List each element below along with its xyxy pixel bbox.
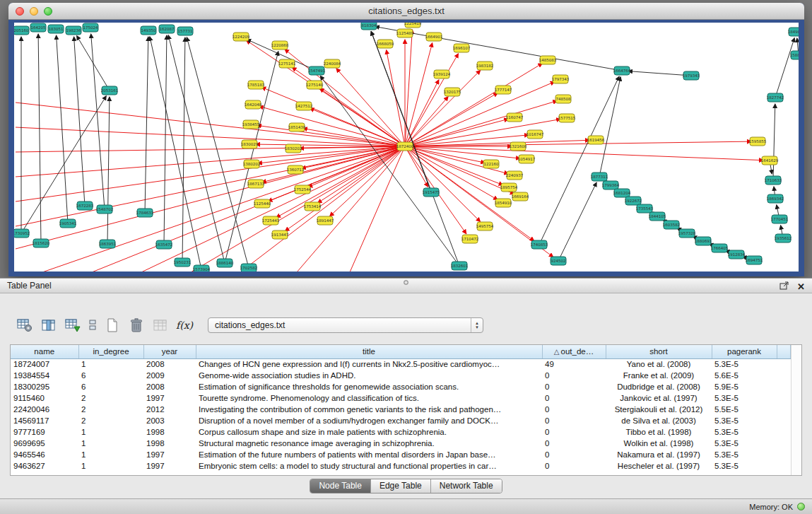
network-node[interactable]: 149350	[141, 26, 156, 35]
network-node[interactable]: 1641629	[761, 156, 779, 165]
cell-pagerank[interactable]: 5.3E-5	[712, 438, 777, 449]
cell-in_degree[interactable]: 2	[78, 415, 143, 426]
citation-edge-red[interactable]	[276, 146, 405, 218]
cell-short[interactable]: Yano et al. (2008)	[606, 358, 712, 370]
cell-title[interactable]: Structural magnetic resonance image aver…	[196, 438, 542, 449]
cell-pagerank[interactable]: 5.3E-5	[712, 415, 777, 426]
function-builder-button[interactable]: f(x)	[175, 316, 194, 334]
network-node[interactable]: 1799364	[602, 181, 620, 189]
cell-year[interactable]: 1997	[143, 392, 196, 404]
network-node[interactable]: 1619456	[587, 136, 605, 144]
network-node[interactable]: 1815620	[33, 239, 50, 247]
cell-title[interactable]: Changes of HCN gene expression and I(f) …	[196, 358, 542, 370]
network-node[interactable]: 818304	[361, 23, 377, 30]
merge-table-button[interactable]	[151, 316, 170, 334]
citation-edge-black[interactable]	[371, 31, 431, 192]
window-titlebar[interactable]: citations_edges.txt	[8, 3, 804, 20]
network-node[interactable]: 1770451	[771, 215, 789, 223]
network-node[interactable]: 1935612	[775, 234, 792, 243]
cell-out_de[interactable]: 0	[542, 370, 606, 381]
network-node[interactable]: 1320175	[444, 88, 461, 96]
cell-title[interactable]: Estimation of significance thresholds fo…	[196, 381, 542, 392]
citation-edge-red[interactable]	[240, 146, 405, 271]
table-row[interactable]: 1938455462009Genome-wide association stu…	[11, 370, 791, 381]
network-node[interactable]: 1730952	[14, 229, 30, 238]
table-row[interactable]: 946362711997Embryonic stem cells: a mode…	[11, 460, 791, 472]
network-node[interactable]: 1905341	[59, 219, 77, 228]
network-node[interactable]: 1913447	[271, 230, 289, 239]
network-node[interactable]: 1725441	[262, 216, 280, 225]
table-row[interactable]: 946554611997Estimation of the future num…	[11, 449, 791, 460]
citation-edge-red[interactable]	[405, 146, 481, 222]
network-node[interactable]: 1891447	[317, 216, 334, 225]
citation-edge-red[interactable]	[387, 50, 405, 146]
cell-out_de[interactable]: 49	[542, 358, 606, 370]
close-window-button[interactable]	[16, 7, 24, 16]
network-node[interactable]: 1220868	[271, 41, 289, 49]
network-node[interactable]: 1844105	[649, 212, 666, 221]
cell-title[interactable]: Estimation of the future numbers of pati…	[196, 449, 542, 460]
citation-edge-red[interactable]	[405, 64, 542, 146]
cell-year[interactable]: 2003	[143, 415, 196, 426]
citation-edge-black[interactable]	[77, 36, 110, 90]
cell-pagerank[interactable]: 5.9E-5	[712, 381, 777, 392]
cell-name[interactable]: 9115460	[11, 392, 78, 404]
network-node[interactable]: 1702582	[240, 264, 258, 271]
column-header-out_de[interactable]: △out_de…	[542, 345, 606, 358]
network-node[interactable]: 1603582	[663, 221, 681, 229]
network-node[interactable]: 1595855	[749, 137, 767, 146]
cell-out_de[interactable]: 0	[542, 404, 606, 415]
cell-name[interactable]: 14569117	[11, 415, 78, 426]
network-node[interactable]: 1784631	[136, 209, 154, 217]
cell-out_de[interactable]: 0	[542, 449, 606, 460]
cell-pagerank[interactable]: 5.3E-5	[712, 392, 777, 404]
network-node[interactable]: 2240084	[324, 59, 341, 68]
column-chooser-button[interactable]	[40, 316, 58, 334]
cell-pagerank[interactable]: 5.6E-5	[712, 370, 777, 381]
cell-in_degree[interactable]: 2	[78, 392, 143, 404]
citation-edge-black[interactable]	[775, 38, 794, 98]
citation-edge-red[interactable]	[405, 146, 763, 160]
citation-edge-red[interactable]	[405, 54, 459, 146]
network-node[interactable]: 1485083	[539, 56, 557, 64]
network-node[interactable]: 1380202	[243, 160, 261, 168]
network-node[interactable]: 122160	[483, 160, 499, 168]
citation-edge-black[interactable]	[145, 37, 148, 213]
network-node[interactable]: 1785183	[247, 81, 265, 89]
cell-in_degree[interactable]: 1	[78, 460, 143, 472]
citation-edge-black[interactable]	[21, 96, 106, 233]
network-node[interactable]: 1777147	[495, 86, 512, 94]
network-node[interactable]: 1224209	[233, 33, 250, 41]
table-row[interactable]: 911546021997Tourette syndrome. Phenomeno…	[11, 392, 791, 404]
network-node[interactable]: 1849061	[788, 28, 799, 36]
network-node[interactable]: 1880691	[695, 237, 712, 245]
minimize-window-button[interactable]	[30, 7, 38, 16]
cell-year[interactable]: 2009	[143, 370, 196, 381]
network-node[interactable]: 1950231	[174, 258, 192, 267]
cell-title[interactable]: Tourette syndrome. Phenomenology and cla…	[196, 392, 542, 404]
citation-edge-black[interactable]	[107, 97, 110, 244]
citation-edge-red[interactable]	[247, 40, 406, 146]
column-header-year[interactable]: year	[143, 345, 196, 358]
network-node[interactable]: 1752544	[294, 185, 312, 194]
cell-short[interactable]: Wolkin et al. (1998)	[606, 438, 712, 449]
network-node[interactable]: 1912834	[728, 250, 746, 259]
network-node[interactable]: 175024	[83, 23, 98, 32]
table-row[interactable]: 969969511998Structural magnetic resonanc…	[11, 438, 791, 449]
citation-edge-black[interactable]	[187, 37, 249, 268]
citation-network-graph[interactable]: 1872400 1125489 1664901 1696107 1983182 …	[14, 23, 799, 271]
column-header-pagerank[interactable]: pagerank	[712, 345, 777, 358]
new-table-button[interactable]	[103, 316, 122, 334]
cell-pagerank[interactable]: 5.5E-5	[712, 404, 777, 415]
network-node[interactable]: 1054917	[518, 155, 536, 163]
network-node[interactable]: 1830202	[285, 144, 302, 153]
network-node[interactable]: 1766405	[711, 244, 729, 252]
cell-name[interactable]: 9777169	[11, 426, 78, 438]
network-node[interactable]: 1753414	[304, 202, 322, 211]
cell-name[interactable]: 22420046	[11, 404, 78, 415]
network-node[interactable]: 1672283	[76, 201, 94, 210]
import-table-button[interactable]	[64, 316, 82, 334]
network-node[interactable]: 205160	[14, 26, 29, 35]
network-node[interactable]: 1869342	[767, 194, 784, 203]
network-node[interactable]: 748508	[555, 95, 571, 103]
